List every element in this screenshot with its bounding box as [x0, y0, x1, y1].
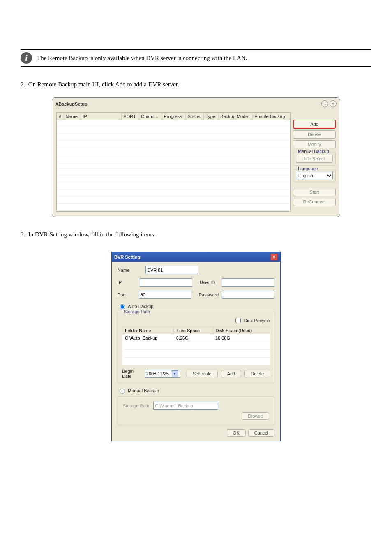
language-group: Language English	[293, 169, 336, 182]
storage-path-label: Storage Path	[122, 309, 152, 314]
manual-storage-label: Storage Path	[123, 403, 149, 408]
server-table: # Name IP PORT Chann... Progress Status …	[56, 112, 291, 212]
col-progress[interactable]: Progress	[162, 113, 186, 120]
info-icon: i	[21, 52, 32, 64]
folder-delete-button[interactable]: Delete	[244, 370, 270, 377]
col-type[interactable]: Type	[204, 113, 219, 120]
manual-backup-group: Manual Backup File Select	[293, 152, 336, 166]
manual-backup-box: Storage Path Browse	[118, 396, 274, 425]
col-folder[interactable]: Folder Name	[122, 327, 174, 334]
col-channel[interactable]: Chann...	[139, 113, 162, 120]
step-2: 2. On Remote Backup main UI, click Add t…	[21, 79, 371, 89]
folder-add-button[interactable]: Add	[221, 370, 242, 377]
browse-button: Browse	[242, 412, 269, 420]
schedule-button[interactable]: Schedule	[187, 370, 218, 377]
port-field[interactable]	[139, 291, 191, 299]
storage-path-group: Storage Path Disk Recycle Folder Name Fr…	[118, 312, 274, 383]
manual-backup-label: Manual Backup	[128, 388, 159, 393]
dvr-setting-dialog: DVR Setting × Name IP User ID Port Passw…	[111, 252, 281, 441]
manual-path-field	[153, 402, 218, 410]
start-button[interactable]: Start	[293, 188, 336, 196]
userid-label: User ID	[200, 280, 219, 285]
add-button[interactable]: Add	[293, 120, 336, 129]
ok-button[interactable]: OK	[227, 429, 246, 437]
window-title: XBackupSetup	[55, 102, 88, 106]
col-status[interactable]: Status	[186, 113, 204, 120]
col-num[interactable]: #	[57, 113, 64, 120]
table-row[interactable]: C:\Auto_Backup 6.26G 10.00G	[122, 334, 270, 342]
dvr-title: DVR Setting	[114, 254, 141, 259]
ip-label: IP	[118, 280, 136, 285]
folder-cell: C:\Auto_Backup	[122, 334, 174, 342]
name-field[interactable]	[145, 266, 198, 274]
begin-date-label: Begin Date	[122, 369, 141, 379]
name-label: Name	[118, 268, 142, 273]
cancel-button[interactable]: Cancel	[248, 429, 274, 437]
auto-backup-label: Auto Backup	[128, 304, 153, 309]
col-ip[interactable]: IP	[81, 113, 122, 120]
close-icon[interactable]: ×	[330, 100, 337, 107]
col-port[interactable]: PORT	[122, 113, 139, 120]
language-label: Language	[297, 166, 319, 171]
manual-backup-label: Manual Backup	[297, 149, 330, 154]
reconnect-button[interactable]: ReConnect	[293, 198, 336, 206]
dialog-close-icon[interactable]: ×	[270, 254, 278, 260]
manual-backup-radio[interactable]	[120, 388, 125, 394]
delete-button[interactable]: Delete	[293, 130, 336, 139]
col-enable-backup[interactable]: Enable Backup	[253, 113, 290, 120]
password-label: Password	[199, 292, 219, 297]
modify-button[interactable]: Modify	[293, 140, 336, 148]
language-select[interactable]: English	[296, 172, 333, 179]
file-select-button[interactable]: File Select	[296, 155, 333, 163]
disk-recycle-label: Disk Recycle	[244, 318, 270, 323]
folder-table: Folder Name Free Space Disk Space(Used) …	[122, 327, 270, 365]
xbackup-window: XBackupSetup – × # Name IP PORT Chann...…	[52, 97, 340, 217]
info-note: The Remote Backup is only available when…	[37, 55, 371, 62]
col-name[interactable]: Name	[64, 113, 81, 120]
port-label: Port	[118, 292, 136, 297]
used-cell: 10.00G	[213, 334, 270, 342]
begin-date-value: 2008/11/25	[146, 371, 169, 376]
userid-field[interactable]	[222, 278, 274, 287]
disk-recycle-checkbox[interactable]	[235, 318, 241, 323]
free-cell: 6.26G	[174, 334, 213, 342]
password-field[interactable]	[222, 291, 274, 299]
chevron-down-icon: ▾	[172, 370, 178, 377]
minimize-icon[interactable]: –	[321, 100, 328, 107]
ip-field[interactable]	[140, 278, 192, 287]
col-backup-mode[interactable]: Backup Mode	[219, 113, 253, 120]
col-used[interactable]: Disk Space(Used)	[213, 327, 270, 334]
step-3: 3. In DVR Setting window, fill in the fo…	[21, 229, 371, 239]
col-free[interactable]: Free Space	[174, 327, 213, 334]
begin-date-select[interactable]: 2008/11/25 ▾	[145, 370, 180, 378]
